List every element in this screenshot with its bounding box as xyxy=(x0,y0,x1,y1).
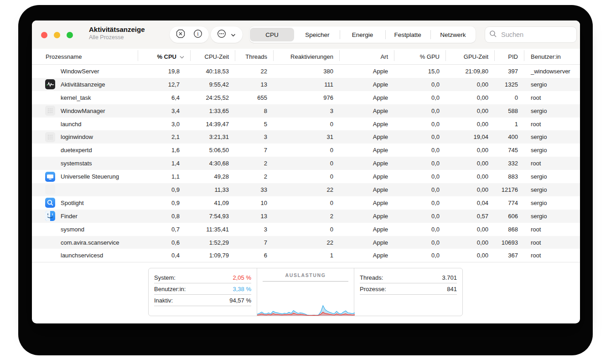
tab-energie[interactable]: Energie xyxy=(340,28,384,41)
cell-gpu: 0,0 xyxy=(394,173,446,180)
cell-name: systemstats xyxy=(32,159,138,169)
cell-kind: Apple xyxy=(340,108,394,114)
column-header-user[interactable]: Benutzer:in xyxy=(524,53,580,60)
process-name: com.avira.scanservice xyxy=(61,239,119,246)
table-row[interactable]: loginwindow2,13:21,31331Apple0,019,04400… xyxy=(32,130,580,144)
table-row[interactable]: WindowManager3,41:33,6583Apple0,00,00588… xyxy=(32,104,580,118)
cell-cpu-time: 24:25,52 xyxy=(191,94,235,101)
stop-process-button[interactable] xyxy=(174,28,187,41)
inspect-process-button[interactable]: i xyxy=(191,28,205,41)
tab-festplatte[interactable]: Festplatte xyxy=(386,28,430,41)
cell-name: sysmond xyxy=(32,224,138,234)
table-row[interactable]: 0,911,333322Apple0,00,0012176sergio xyxy=(32,183,580,196)
cell-user: sergio xyxy=(524,108,580,114)
cell-name: Aktivitätsanzeige xyxy=(32,79,138,89)
cell-name: kernel_task xyxy=(32,92,138,103)
stat-label: Benutzer:in: xyxy=(154,286,186,292)
svg-text:i: i xyxy=(197,31,199,37)
table-row[interactable]: sysmond0,711:35,4130Apple0,00,00868root xyxy=(32,223,580,236)
sort-chevron-icon xyxy=(180,53,184,60)
cell-pid: 745 xyxy=(495,147,524,154)
cell-gpu: 0,0 xyxy=(394,94,446,101)
cell-cpu: 0,4 xyxy=(138,252,191,259)
column-header-threads[interactable]: Threads xyxy=(235,53,274,60)
stop-octagon-icon xyxy=(176,29,186,41)
table-row[interactable]: Universelle Steuerung1,149,2820Apple0,00… xyxy=(32,170,580,183)
column-header-kind[interactable]: Art xyxy=(340,53,394,60)
column-header-label: Benutzer:in xyxy=(531,53,561,60)
process-name: WindowServer xyxy=(61,68,99,75)
table-row[interactable]: kernel_task6,424:25,52655976Apple0,00,00… xyxy=(32,91,580,104)
stat-row: Benutzer:in:3,38 % xyxy=(154,283,251,295)
window-subtitle: Alle Prozesse xyxy=(89,34,145,41)
action-button-group: i xyxy=(170,26,209,43)
cell-threads: 13 xyxy=(235,213,274,220)
cell-pid: 883 xyxy=(495,173,524,180)
table-row[interactable]: launchd3,014:39,4750Apple0,00,001root xyxy=(32,118,580,131)
cell-user: root xyxy=(524,121,580,128)
cell-threads: 33 xyxy=(235,186,274,193)
column-header-pid[interactable]: PID xyxy=(495,53,524,60)
cell-user: sergio xyxy=(524,186,580,193)
minimize-button[interactable] xyxy=(54,32,60,38)
close-button[interactable] xyxy=(41,32,47,38)
cell-cpu: 0,9 xyxy=(138,200,191,206)
cell-gpu: 0,0 xyxy=(394,239,446,246)
options-menu-button[interactable] xyxy=(215,28,228,41)
cell-kind: Apple xyxy=(340,94,394,101)
cell-threads: 6 xyxy=(235,252,274,259)
process-name: loginwindow xyxy=(61,133,93,140)
column-header-cpu-time[interactable]: CPU-Zeit xyxy=(191,53,235,60)
table-row[interactable]: Finder0,87:54,93132Apple0,00,57606sergio xyxy=(32,210,580,223)
column-header-label: CPU-Zeit xyxy=(205,53,229,60)
cell-gpu-time: 0,00 xyxy=(446,226,495,233)
cell-cpu: 3,4 xyxy=(138,108,191,114)
table-row[interactable]: systemstats1,44:30,6820Apple0,00,00332ro… xyxy=(32,157,580,170)
table-row[interactable]: launchservicesd0,41:09,7961Apple0,00,003… xyxy=(32,249,580,262)
column-header-gpu[interactable]: % GPU xyxy=(394,53,446,60)
column-header-cpu[interactable]: % CPU xyxy=(138,53,191,60)
tab-netzwerk[interactable]: Netzwerk xyxy=(431,28,475,41)
table-row[interactable]: Aktivitätsanzeige12,79:55,4213111Apple0,… xyxy=(32,78,580,91)
tab-label: Energie xyxy=(352,31,373,38)
column-header-label: GPU-Zeit xyxy=(464,53,488,60)
zoom-button[interactable] xyxy=(67,32,73,38)
cell-kind: Apple xyxy=(340,213,394,220)
cell-cpu-time: 1:33,65 xyxy=(191,108,235,114)
table-row[interactable]: com.avira.scanservice0,61:52,29722Apple0… xyxy=(32,236,580,249)
search-input[interactable] xyxy=(500,31,572,39)
tab-cpu[interactable]: CPU xyxy=(250,28,294,41)
column-header-wakeups[interactable]: Reaktivierungen xyxy=(274,53,340,60)
cell-kind: Apple xyxy=(340,186,394,193)
cell-name: loginwindow xyxy=(32,132,138,142)
stat-row: Prozesse:841 xyxy=(360,283,457,295)
cell-gpu: 0,0 xyxy=(394,121,446,128)
cell-threads: 2 xyxy=(235,173,274,180)
table-row[interactable]: Spotlight0,941,09100Apple0,00,04774sergi… xyxy=(32,196,580,210)
cell-cpu-time: 40:18,53 xyxy=(191,68,235,75)
table-row[interactable]: WindowServer19,840:18,5322380Apple15,021… xyxy=(32,65,580,78)
stat-value: 3,38 % xyxy=(233,286,251,292)
cell-gpu-time: 21:09,80 xyxy=(446,68,495,75)
column-header-gpu-time[interactable]: GPU-Zeit xyxy=(446,53,495,60)
cell-gpu: 0,0 xyxy=(394,186,446,193)
traffic-lights xyxy=(41,32,73,38)
search-field[interactable] xyxy=(485,26,577,43)
stat-row: Threads:3.701 xyxy=(360,272,457,283)
cell-threads: 2 xyxy=(235,160,274,167)
column-header-name[interactable]: Prozessname xyxy=(32,53,138,60)
process-name: systemstats xyxy=(61,160,92,167)
tab-speicher[interactable]: Speicher xyxy=(295,28,339,41)
cell-cpu-time: 11:35,41 xyxy=(191,226,235,233)
cell-cpu-time: 3:21,31 xyxy=(191,133,235,140)
finder-icon xyxy=(45,211,55,221)
table-header: Prozessname% CPUCPU-ZeitThreadsReaktivie… xyxy=(32,49,580,65)
cell-cpu: 1,1 xyxy=(138,173,191,180)
cell-cpu: 6,4 xyxy=(138,94,191,101)
cell-name: com.avira.scanservice xyxy=(32,237,138,247)
cell-gpu-time: 0,00 xyxy=(446,147,495,154)
stat-row: System:2,05 % xyxy=(154,272,251,283)
table-row[interactable]: duetexpertd1,65:06,5070Apple0,00,00745se… xyxy=(32,144,580,157)
usage-title: AUSLASTUNG xyxy=(257,272,354,278)
process-name: kernel_task xyxy=(61,94,91,101)
